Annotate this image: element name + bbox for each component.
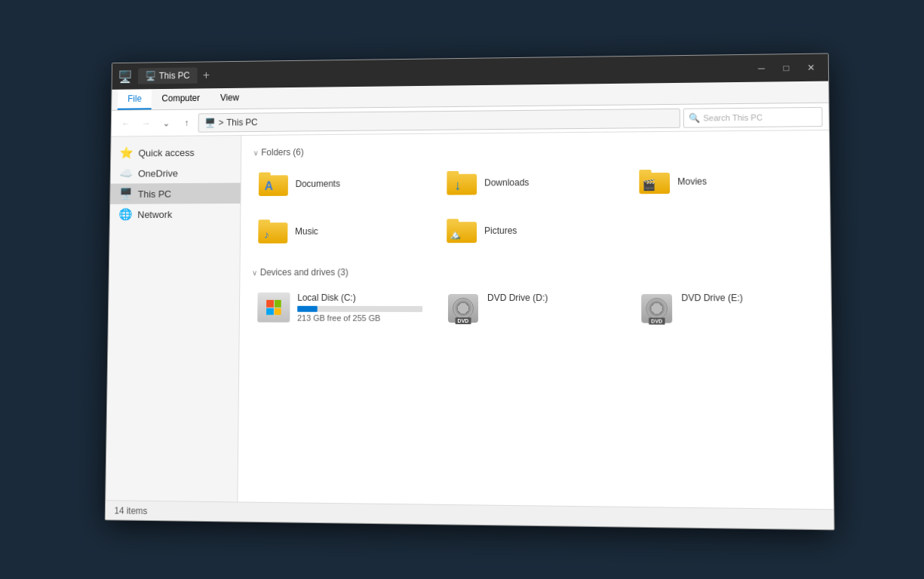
dvd-d-icon: DVD xyxy=(446,293,479,326)
downloads-folder-icon: ↓ xyxy=(447,171,477,195)
sidebar-item-this-pc[interactable]: 🖥️ This PC xyxy=(110,183,241,204)
path-icon: 🖥️ xyxy=(204,118,216,128)
search-icon: 🔍 xyxy=(688,112,699,123)
sidebar-label-network: Network xyxy=(137,209,172,220)
file-area: Folders (6) A Documents xyxy=(238,130,833,509)
dvd-e-icon: DVD xyxy=(640,293,674,326)
add-tab-button[interactable]: + xyxy=(197,69,216,82)
close-button[interactable]: ✕ xyxy=(800,60,821,76)
documents-label: Documents xyxy=(295,179,339,189)
sidebar-label-onedrive: OneDrive xyxy=(138,167,178,179)
movies-folder-icon: 🎬 xyxy=(639,170,670,194)
tab-view[interactable]: View xyxy=(210,88,249,109)
device-dvd-drive-d[interactable]: DVD DVD Drive (D:) xyxy=(440,286,621,332)
window-tab[interactable]: 🖥️ This PC xyxy=(137,67,196,84)
folder-music[interactable]: ♪ Music xyxy=(252,213,428,250)
devices-grid: Local Disk (C:) 213 GB free of 255 GB xyxy=(251,286,818,332)
hdd-icon xyxy=(257,293,290,326)
windows-logo-icon xyxy=(266,300,281,315)
tab-computer[interactable]: Computer xyxy=(151,88,210,109)
dvd-e-info: DVD Drive (E:) xyxy=(681,293,812,306)
downloads-label: Downloads xyxy=(484,177,529,188)
folders-grid: A Documents ↓ Downloads xyxy=(252,163,818,250)
documents-folder-icon: A xyxy=(258,172,287,196)
folder-downloads[interactable]: ↓ Downloads xyxy=(441,164,621,201)
forward-button[interactable]: → xyxy=(137,115,155,132)
folder-documents[interactable]: A Documents xyxy=(252,165,428,202)
music-folder-icon: ♪ xyxy=(258,219,287,244)
minimize-button[interactable]: ─ xyxy=(750,60,772,76)
device-dvd-drive-e[interactable]: DVD DVD Drive (E:) xyxy=(633,286,818,332)
pictures-label: Pictures xyxy=(484,225,517,236)
music-overlay-icon: ♪ xyxy=(264,228,269,240)
dvd-d-info: DVD Drive (D:) xyxy=(487,293,615,306)
drive-bar xyxy=(297,306,422,312)
local-disk-c-info: Local Disk (C:) 213 GB free of 255 GB xyxy=(297,293,422,323)
onedrive-icon: ☁️ xyxy=(119,167,132,180)
folders-section-label: Folders (6) xyxy=(261,147,304,158)
this-pc-icon: 🖥️ xyxy=(118,187,131,201)
window-icon: 🖥️ xyxy=(118,69,132,84)
quick-access-icon: ⭐ xyxy=(119,146,132,160)
tab-label: This PC xyxy=(158,70,189,81)
sidebar-item-network[interactable]: 🌐 Network xyxy=(109,204,240,225)
address-path[interactable]: 🖥️ > This PC xyxy=(198,108,680,132)
recent-button[interactable]: ⌄ xyxy=(157,114,174,131)
up-button[interactable]: ↑ xyxy=(177,114,195,132)
main-content: ⭐ Quick access ☁️ OneDrive 🖥️ This PC 🌐 … xyxy=(106,130,833,509)
search-placeholder: Search This PC xyxy=(703,112,763,122)
music-label: Music xyxy=(295,226,318,237)
folder-movies[interactable]: 🎬 Movies xyxy=(633,163,817,201)
local-disk-c-name: Local Disk (C:) xyxy=(297,293,422,303)
tab-file[interactable]: File xyxy=(117,89,152,110)
device-local-disk-c[interactable]: Local Disk (C:) 213 GB free of 255 GB xyxy=(251,286,428,332)
dvd-e-name: DVD Drive (E:) xyxy=(681,293,812,303)
sidebar-item-quick-access[interactable]: ⭐ Quick access xyxy=(111,142,241,164)
movies-label: Movies xyxy=(677,176,707,187)
dvd-d-name: DVD Drive (D:) xyxy=(487,293,615,303)
path-text: This PC xyxy=(226,117,257,127)
folder-pictures[interactable]: 🏔️ Pictures xyxy=(441,212,621,249)
back-button[interactable]: ← xyxy=(117,115,134,132)
local-disk-c-space: 213 GB free of 255 GB xyxy=(297,314,422,323)
documents-overlay-icon: A xyxy=(264,179,272,193)
downloads-overlay-icon: ↓ xyxy=(454,178,461,194)
tab-icon: 🖥️ xyxy=(145,71,156,81)
maximize-button[interactable]: □ xyxy=(775,60,797,76)
file-explorer-window: 🖥️ 🖥️ This PC + ─ □ ✕ File Computer View… xyxy=(104,53,834,530)
movies-overlay-icon: 🎬 xyxy=(642,179,655,191)
folders-section-header: Folders (6) xyxy=(253,142,816,158)
sidebar-label-quick-access: Quick access xyxy=(138,147,194,158)
pictures-folder-icon: 🏔️ xyxy=(447,219,477,243)
drive-bar-fill xyxy=(297,306,317,312)
item-count: 14 items xyxy=(114,505,147,516)
network-icon: 🌐 xyxy=(118,208,131,222)
sidebar: ⭐ Quick access ☁️ OneDrive 🖥️ This PC 🌐 … xyxy=(106,136,241,501)
search-box[interactable]: 🔍 Search This PC xyxy=(683,106,822,127)
sidebar-item-onedrive[interactable]: ☁️ OneDrive xyxy=(110,162,240,183)
pictures-overlay-icon: 🏔️ xyxy=(450,229,461,240)
devices-section-label: Devices and drives (3) xyxy=(259,267,348,277)
tab-area: 🖥️ This PC + xyxy=(137,67,215,84)
window-controls: ─ □ ✕ xyxy=(750,60,821,77)
path-separator: > xyxy=(218,117,223,127)
sidebar-label-this-pc: This PC xyxy=(137,188,171,199)
devices-section-header: Devices and drives (3) xyxy=(251,266,818,277)
